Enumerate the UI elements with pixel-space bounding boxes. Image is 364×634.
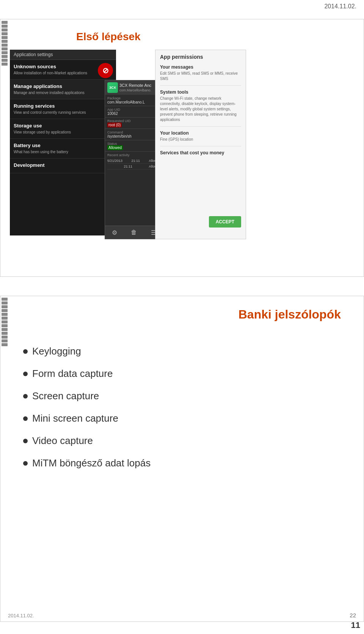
stripe-bar (2, 332, 8, 335)
perm-section-location: Your location Fine (GPS) location (155, 127, 246, 145)
perm-divider-3 (160, 146, 241, 146)
perm-title-location: Your location (160, 130, 241, 136)
footer-icon-1[interactable]: ⚙ (112, 229, 117, 236)
android-settings-panel: Application settings Unknown sources All… (10, 50, 116, 235)
requid-row: Requested UID root (0) (105, 118, 163, 129)
android-item-running: Running services View and control curren… (10, 99, 116, 119)
item-title-unknown: Unknown sources (14, 64, 112, 69)
status-value: Allowed (107, 145, 123, 150)
bullet-dot (23, 349, 28, 354)
item-title-running: Running services (14, 103, 112, 109)
slide1: Első lépések Application settings Unknow… (0, 19, 364, 277)
perm-desc-tools: Change Wi-Fi state, change network conne… (160, 96, 241, 122)
stripe-bar (2, 313, 8, 316)
perm-section-messages: Your messages Edit SMS or MMS, read SMS … (155, 61, 246, 85)
android-item-development: Development (10, 158, 116, 173)
stripe-bar (2, 324, 8, 327)
list-item-label: Form data capture (32, 368, 113, 380)
activity-time-2: 21:11 (124, 165, 132, 168)
stripe-bar (2, 40, 8, 43)
item-title-battery: Battery use (14, 143, 112, 148)
perm-title-money: Services that cost you money (160, 150, 241, 155)
status-row: Status Allowed (105, 140, 163, 152)
stripe-bar (2, 25, 8, 28)
app-icon-3cx: 3CX (107, 82, 118, 93)
permissions-title: App permissions (155, 50, 246, 61)
list-item: Screen capture (23, 390, 151, 402)
list-item: Keylogging (23, 345, 151, 357)
top-date: 2014.11.02. (324, 3, 356, 10)
command-label: Command (107, 130, 161, 134)
list-item: Form data capture (23, 368, 151, 380)
stripe-bar (2, 317, 8, 320)
appuid-value: 10062 (107, 111, 118, 116)
android-panel-title: Application settings (10, 50, 116, 60)
item-desc-running: View and control currently running servi… (14, 110, 112, 115)
package-value: com.MarcelloAlbano.L (107, 100, 145, 104)
app-name-label: 3CX Remote Anc (119, 83, 151, 88)
item-desc-manage: Manage and remove installed applications (14, 90, 112, 95)
middle-panel-header: 3CX 3CX Remote Anc com.MarcelloAlbano. (105, 80, 163, 95)
appuid-label: App UID (107, 108, 161, 111)
list-item-label: Mini screen capture (32, 413, 118, 424)
slide2: Banki jelszólopók Keylogging Form data c… (0, 296, 364, 622)
bullet-dot (23, 461, 28, 466)
list-item-label: Video capture (32, 435, 93, 447)
list-item-label: Screen capture (32, 390, 99, 402)
stripe-bar (2, 63, 8, 66)
item-title-storage: Storage use (14, 123, 112, 129)
list-item: Video capture (23, 435, 151, 447)
android-item-storage: Storage use View storage used by applica… (10, 119, 116, 139)
activity-date-1: 5/21/2013 (107, 159, 122, 163)
stripe-bar (2, 36, 8, 39)
slide2-footer-page: 22 (350, 612, 356, 618)
accept-button[interactable]: ACCEPT (209, 216, 241, 228)
package-label: Package (107, 96, 161, 100)
slide2-title: Banki jelszólopók (238, 308, 341, 322)
item-title-manage: Manage applications (14, 83, 112, 89)
bullet-list: Keylogging Form data capture Screen capt… (23, 345, 151, 480)
perm-title-messages: Your messages (160, 64, 241, 70)
stripe-bar (2, 59, 8, 62)
slide2-stripe (0, 296, 9, 621)
stripe-bar (2, 298, 8, 301)
stripe-bar (2, 51, 8, 54)
stripe-bar (2, 305, 8, 308)
perm-desc-messages: Edit SMS or MMS, read SMS or MMS, receiv… (160, 71, 241, 82)
slide1-stripe (0, 19, 9, 276)
android-item-battery: Battery use What has been using the batt… (10, 139, 116, 158)
perm-divider-1 (160, 85, 241, 86)
command-value: /system/bin/sh (107, 134, 132, 138)
stripe-bar (2, 343, 8, 346)
android-item-manage-apps[interactable]: Manage applications Manage and remove in… (10, 80, 116, 99)
list-item: MiTM böngésző adat lopás (23, 457, 151, 469)
middle-su-panel: 3CX 3CX Remote Anc com.MarcelloAlbano. P… (105, 80, 163, 239)
stripe-bar (2, 21, 8, 24)
stripe-bar (2, 55, 8, 58)
footer-icon-2[interactable]: 🗑 (131, 229, 137, 236)
middle-panel-footer: ⚙ 🗑 ☰ (105, 226, 163, 239)
bullet-dot (23, 416, 28, 421)
item-title-development: Development (14, 162, 112, 168)
perm-desc-location: Fine (GPS) location (160, 137, 241, 142)
perm-title-tools: System tools (160, 89, 241, 95)
appuid-row: App UID 10062 (105, 106, 163, 118)
stripe-bar (2, 339, 8, 342)
activity-section: Recent activity 5/21/2013 21:11 Allowed … (105, 152, 163, 171)
perm-section-money: Services that cost you money (155, 147, 246, 160)
bullet-dot (23, 394, 28, 399)
list-item-label: MiTM böngésző adat lopás (32, 457, 151, 469)
unknown-sources-icon: ⊘ (98, 63, 113, 78)
slide2-footer-date: 2014.11.02. (8, 613, 34, 618)
bullet-dot (23, 372, 28, 376)
stripe-bar (2, 301, 8, 304)
stripe-bar (2, 44, 8, 47)
package-row: Package com.MarcelloAlbano.L (105, 95, 163, 106)
list-item: Mini screen capture (23, 413, 151, 424)
slide1-title: Első lépések (76, 31, 141, 43)
page-corner-number: 11 (351, 620, 360, 630)
stripe-bar (2, 320, 8, 323)
android-item-unknown-sources: Unknown sources Allow installation of no… (10, 60, 116, 80)
activity-row-2: 21:11 Allowed (107, 164, 161, 169)
perm-divider-2 (160, 126, 241, 127)
